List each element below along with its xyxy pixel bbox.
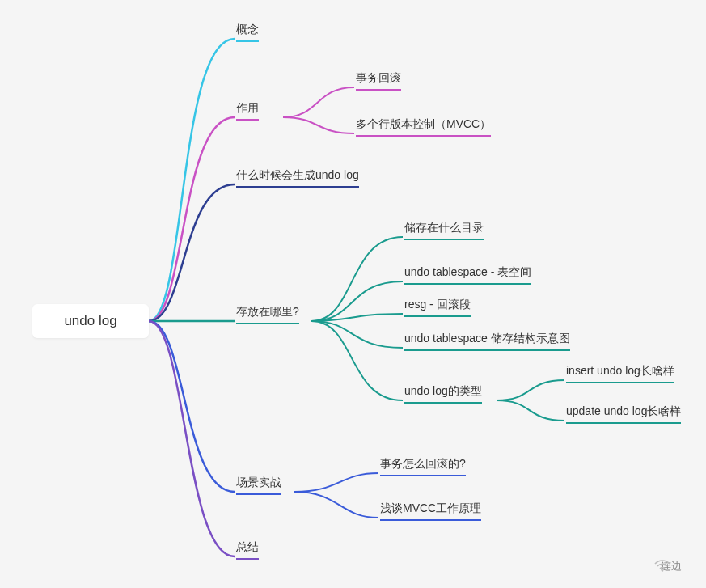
node-label: 什么时候会生成undo log <box>236 168 359 188</box>
node-label: 总结 <box>236 540 259 560</box>
node-purpose-rollback[interactable]: 事务回滚 <box>356 71 401 91</box>
footer-credit: 连边 <box>654 559 682 573</box>
node-label: undo tablespace - 表空间 <box>404 265 531 285</box>
node-purpose[interactable]: 作用 <box>236 101 259 121</box>
node-label: 场景实战 <box>236 476 281 495</box>
node-type-update[interactable]: update undo log长啥样 <box>566 404 681 424</box>
node-label: update undo log长啥样 <box>566 404 681 424</box>
node-label: 多个行版本控制（MVCC） <box>356 117 491 137</box>
node-label: 浅谈MVCC工作原理 <box>380 501 481 521</box>
node-scenario-mvcc[interactable]: 浅谈MVCC工作原理 <box>380 501 481 521</box>
node-label: 存放在哪里? <box>236 305 299 324</box>
node-where-struct-diagram[interactable]: undo tablespace 储存结构示意图 <box>404 332 570 351</box>
node-purpose-mvcc[interactable]: 多个行版本控制（MVCC） <box>356 117 491 137</box>
node-label: 事务怎么回滚的? <box>380 457 466 476</box>
node-scenario[interactable]: 场景实战 <box>236 476 281 495</box>
node-where[interactable]: 存放在哪里? <box>236 305 299 324</box>
node-label: resg - 回滚段 <box>404 298 471 317</box>
node-label: 事务回滚 <box>356 71 401 91</box>
node-label: undo log的类型 <box>404 384 482 404</box>
node-label: undo tablespace 储存结构示意图 <box>404 332 570 351</box>
node-label: 作用 <box>236 101 259 121</box>
node-where-tablespace[interactable]: undo tablespace - 表空间 <box>404 265 531 285</box>
root-label: undo log <box>64 313 116 329</box>
svg-point-0 <box>662 569 664 572</box>
node-where-undolog-type[interactable]: undo log的类型 <box>404 384 482 404</box>
node-when[interactable]: 什么时候会生成undo log <box>236 168 359 188</box>
node-label: 储存在什么目录 <box>404 221 484 240</box>
root-node[interactable]: undo log <box>32 304 149 338</box>
node-where-directory[interactable]: 储存在什么目录 <box>404 221 484 240</box>
node-scenario-rollback[interactable]: 事务怎么回滚的? <box>380 457 466 476</box>
node-where-resg[interactable]: resg - 回滚段 <box>404 298 471 317</box>
node-label: insert undo log长啥样 <box>566 364 674 383</box>
mindmap-edges <box>0 0 706 588</box>
node-concept[interactable]: 概念 <box>236 23 259 42</box>
node-type-insert[interactable]: insert undo log长啥样 <box>566 364 674 383</box>
node-label: 概念 <box>236 23 259 42</box>
node-summary[interactable]: 总结 <box>236 540 259 560</box>
